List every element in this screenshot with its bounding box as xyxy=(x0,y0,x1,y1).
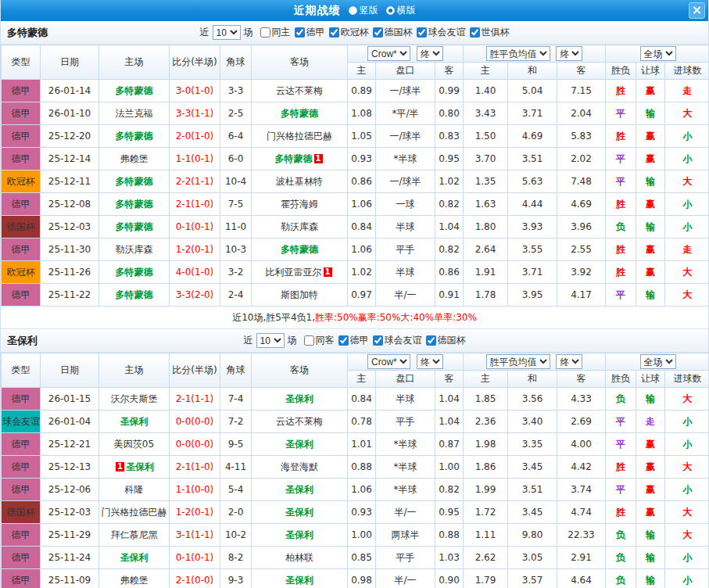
corner-cell: 7-5 xyxy=(220,193,252,216)
odds-stage-select[interactable]: 终 xyxy=(417,46,443,61)
away-team-name: 柏林联 xyxy=(285,552,313,563)
filter-checkbox[interactable] xyxy=(470,27,480,38)
corner-cell: 2-5 xyxy=(220,102,252,125)
corner-cell: 2-0 xyxy=(220,501,252,524)
away-team-name: 斯图加特 xyxy=(281,289,318,300)
fullmatch-select[interactable]: 全场 xyxy=(640,354,676,369)
odds-stage-select[interactable]: 终 xyxy=(417,354,443,369)
odds-home-cell: 0.93 xyxy=(348,148,376,170)
avg-draw-cell: 3.95 xyxy=(508,284,557,307)
filter-checkbox[interactable] xyxy=(338,335,349,346)
filter-option[interactable]: 世俱杯 xyxy=(470,26,510,39)
radio-icon[interactable] xyxy=(386,6,395,15)
odds-away-cell: 0.82 xyxy=(435,238,464,261)
result-wdl-cell: 平 xyxy=(606,433,636,456)
league-type-cell: 德甲 xyxy=(2,547,41,569)
avg-draw-cell: 3.45 xyxy=(508,456,557,479)
match-row: 德甲25-12-14弗赖堡1-1(0-1)6-0多特蒙德10.93*半球0.95… xyxy=(2,148,709,170)
filter-option[interactable]: 球会友谊 xyxy=(417,26,466,39)
match-row: 德甲25-12-08多特蒙德2-1(1-0)7-5霍芬海姆1.06一球0.821… xyxy=(2,193,709,216)
match-count-select[interactable]: 10 xyxy=(213,25,241,40)
odds-away-cell: 0.95 xyxy=(435,148,464,170)
avg-away-cell: 4.74 xyxy=(557,501,606,524)
filter-checkbox[interactable] xyxy=(373,27,383,38)
away-team-cell: 圣保利 xyxy=(252,569,348,588)
layout-option[interactable]: 竖版 xyxy=(349,4,378,17)
filter-option[interactable]: 球会友谊 xyxy=(373,334,422,347)
score-cell: 2-0(1-0) xyxy=(170,125,220,148)
avg-stage-select[interactable]: 终 xyxy=(556,46,582,61)
col-odds-away: 客 xyxy=(435,63,464,80)
home-team-cell: 多特蒙德 xyxy=(99,193,170,216)
filter-option[interactable]: 德甲 xyxy=(295,26,325,39)
filter-option[interactable]: 欧冠杯 xyxy=(329,26,369,39)
avg-odds-select[interactable]: 胜平负均值 xyxy=(486,46,550,61)
handicap-cell: 半/一 xyxy=(376,284,435,307)
result-group-header: 全场 xyxy=(606,353,709,371)
filter-option[interactable]: 德国杯 xyxy=(426,334,466,347)
avg-home-cell: 1.85 xyxy=(464,388,508,411)
bookmaker-select[interactable]: Crow* xyxy=(367,46,410,61)
result-wdl-cell: 胜 xyxy=(606,501,636,524)
filter-checkbox[interactable] xyxy=(426,335,436,346)
score-cell: 1-1(0-0) xyxy=(170,479,220,501)
corner-cell: 9-3 xyxy=(220,569,252,588)
odds-home-cell: 1.06 xyxy=(348,193,376,216)
layout-option[interactable]: 横版 xyxy=(386,4,416,17)
filter-checkbox[interactable] xyxy=(373,335,383,346)
bookmaker-select[interactable]: Crow* xyxy=(367,354,410,369)
avg-odds-select[interactable]: 胜平负均值 xyxy=(486,354,550,369)
match-row: 德甲25-11-30勒沃库森1-2(0-1)10-3多特蒙德1.06平手0.82… xyxy=(2,238,709,261)
away-team-name: 勒沃库森 xyxy=(281,221,318,232)
home-team-cell: 法兰克福 xyxy=(99,102,170,125)
odds-away-cell: 0.82 xyxy=(435,479,464,501)
result-goals-cell: 大 xyxy=(665,456,709,479)
filter-option-label: 德国杯 xyxy=(385,26,413,39)
result-wdl-cell: 胜 xyxy=(606,80,636,102)
close-button[interactable]: × xyxy=(689,2,705,19)
filter-checkbox[interactable] xyxy=(304,335,314,346)
filter-option[interactable]: 同客 xyxy=(304,334,335,347)
fullmatch-select[interactable]: 全场 xyxy=(640,46,676,61)
corner-cell: 3-2 xyxy=(220,261,252,284)
col-avg-home: 主 xyxy=(464,371,508,388)
filter-checkbox[interactable] xyxy=(417,27,427,38)
home-team-name: 门兴格拉德巴赫 xyxy=(102,507,167,518)
handicap-cell: 平手 xyxy=(376,238,435,261)
date-cell: 25-12-20 xyxy=(41,125,99,148)
result-handicap-cell: 输 xyxy=(636,102,665,125)
filter-option[interactable]: 德国杯 xyxy=(373,26,413,39)
match-row: 德甲25-12-06科隆1-1(0-0)5-4圣保利1.06*半球0.821.9… xyxy=(2,479,709,501)
odds-away-cell: 1.04 xyxy=(435,388,464,411)
score-cell: 2-1(0-0) xyxy=(170,569,220,588)
home-team-name: 弗赖堡 xyxy=(120,575,149,586)
away-team-cell: 斯图加特 xyxy=(252,284,348,307)
near-label: 近 xyxy=(244,334,253,347)
home-team-cell: 多特蒙德 xyxy=(99,261,170,284)
score-cell: 0-0(0-0) xyxy=(170,411,220,433)
league-type-cell: 欧冠杯 xyxy=(2,170,41,193)
avg-stage-select[interactable]: 终 xyxy=(556,354,582,369)
filter-option[interactable]: 同主 xyxy=(260,26,291,39)
handicap-cell: 半/一 xyxy=(376,501,435,524)
odds-home-cell: 1.06 xyxy=(348,479,376,501)
league-type-cell: 德甲 xyxy=(2,569,41,588)
avg-draw-cell: 3.55 xyxy=(508,238,557,261)
date-cell: 25-12-13 xyxy=(41,456,99,479)
avg-home-cell: 1.86 xyxy=(464,456,508,479)
filter-checkbox[interactable] xyxy=(260,27,270,38)
match-count-select[interactable]: 10 xyxy=(256,333,285,348)
filter-checkbox[interactable] xyxy=(295,27,305,38)
filter-checkbox[interactable] xyxy=(329,27,339,38)
league-type-cell: 德甲 xyxy=(2,524,41,547)
radio-icon[interactable] xyxy=(349,6,357,15)
odds-home-cell: 0.85 xyxy=(348,547,376,569)
away-team-cell: 多特蒙德1 xyxy=(252,148,348,170)
avg-draw-cell: 9.80 xyxy=(508,524,557,547)
home-team-cell: 弗赖堡 xyxy=(99,569,170,588)
filter-checkbox-group: 同主德甲欧冠杯德国杯球会友谊世俱杯 xyxy=(256,26,510,40)
date-cell: 25-11-09 xyxy=(41,569,99,588)
avg-away-cell: 2.69 xyxy=(557,411,606,433)
avg-away-cell: 2.04 xyxy=(557,102,606,125)
filter-option[interactable]: 德甲 xyxy=(338,334,369,347)
